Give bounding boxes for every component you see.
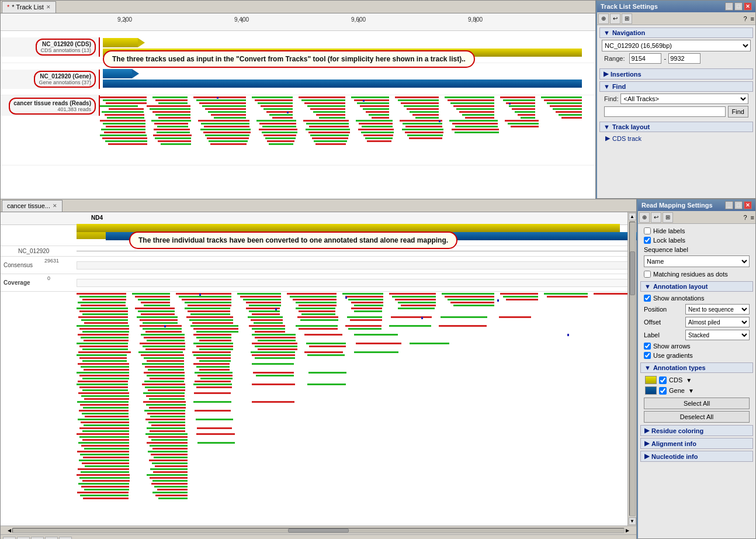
v-scroll-thumb[interactable] <box>630 251 635 295</box>
close-icon[interactable]: ✕ <box>46 4 51 10</box>
cds-type-checkbox[interactable] <box>659 376 667 384</box>
cancer-tab-close[interactable]: ✕ <box>53 203 57 209</box>
svg-rect-295 <box>164 325 166 327</box>
bottom-zoom-btn[interactable]: ⊕ <box>3 537 16 540</box>
svg-rect-151 <box>287 112 289 113</box>
gene-label-text: NC_012920 (Gene) <box>40 73 91 80</box>
range-start-input[interactable] <box>629 53 661 64</box>
toolbar-icon-1[interactable]: ⊕ <box>598 13 609 24</box>
nucleotide-info-section[interactable]: ▶ Nucleotide info <box>640 451 753 462</box>
bottom-v-scrollbar[interactable]: ▲ ▼ <box>627 212 636 526</box>
help-icon[interactable]: ? <box>743 15 747 22</box>
svg-rect-136 <box>409 137 442 139</box>
range-end-input[interactable] <box>668 53 700 64</box>
position-dropdown[interactable]: Next to sequence <box>685 304 750 315</box>
svg-rect-370 <box>148 421 185 423</box>
toolbar-icon-2[interactable]: ↩ <box>610 13 620 24</box>
navigation-section[interactable]: ▼ Navigation <box>599 27 753 38</box>
matching-residues-checkbox[interactable] <box>644 271 651 278</box>
rm-settings-title: Read Mapping Settings <box>641 202 713 209</box>
svg-rect-316 <box>84 369 129 371</box>
seq-label-dropdown[interactable]: Name <box>644 255 750 267</box>
svg-rect-26 <box>401 102 439 104</box>
svg-rect-190 <box>450 302 494 303</box>
svg-rect-273 <box>356 343 401 344</box>
coverage-num: 0 <box>47 275 50 281</box>
svg-rect-16 <box>398 99 439 101</box>
bottom-table-btn[interactable]: ⊞ <box>17 537 30 540</box>
svg-rect-12 <box>196 99 246 101</box>
find-button[interactable]: Find <box>728 106 748 118</box>
cancer-tab-label: cancer tissue... <box>7 202 50 209</box>
bottom-save-btn[interactable]: 💾 <box>59 537 72 540</box>
rm-toolbar-3[interactable]: ⊞ <box>663 212 673 223</box>
rm-minimize-btn[interactable]: _ <box>725 201 733 209</box>
svg-rect-258 <box>304 334 342 336</box>
v-scroll-down[interactable]: ▼ <box>629 517 636 525</box>
residue-coloring-section[interactable]: ▶ Residue coloring <box>640 425 753 436</box>
svg-rect-324 <box>79 375 129 376</box>
maximize-btn[interactable]: □ <box>734 2 743 11</box>
toolbar-icon-3[interactable]: ⊞ <box>622 13 632 24</box>
offset-dropdown[interactable]: Almost piled <box>685 317 750 327</box>
v-scroll-track[interactable] <box>629 222 636 516</box>
sequence-dropdown[interactable]: NC_012920 (16,569bp) <box>602 40 751 51</box>
find-tracks-dropdown[interactable]: <All Tracks> <box>620 94 748 104</box>
ruler-tick-3: 9,600 <box>351 16 366 23</box>
menu-icon[interactable]: ≡ <box>751 15 754 22</box>
bottom-scroll-left[interactable]: ◀ <box>8 528 11 533</box>
hide-labels-checkbox[interactable] <box>644 227 651 234</box>
bottom-scrollbar-thumb[interactable] <box>288 528 349 533</box>
rm-toolbar-2[interactable]: ↩ <box>651 212 661 223</box>
svg-rect-323 <box>308 372 346 374</box>
find-section[interactable]: ▼ Find <box>599 81 753 92</box>
svg-rect-201 <box>185 307 230 309</box>
svg-rect-315 <box>196 366 230 368</box>
select-all-button[interactable]: Select All <box>644 398 750 409</box>
track-layout-section[interactable]: ▼ Track layout <box>599 122 753 132</box>
rm-close-btn[interactable]: ✕ <box>744 201 752 209</box>
cancer-tissue-tab[interactable]: cancer tissue... ✕ <box>2 200 63 212</box>
bottom-page-btn[interactable]: 📋 <box>45 537 58 540</box>
find-label-row: Find: <All Tracks> <box>602 94 751 104</box>
close-btn-settings[interactable]: ✕ <box>744 2 752 11</box>
rm-maximize-btn[interactable]: □ <box>734 201 743 209</box>
svg-rect-331 <box>78 381 128 382</box>
rm-help-icon[interactable]: ? <box>743 214 747 221</box>
show-arrows-checkbox[interactable] <box>644 343 651 350</box>
svg-rect-272 <box>306 343 346 344</box>
bottom-scroll-right[interactable]: ▶ <box>626 528 629 533</box>
insertions-section[interactable]: ▶ Insertions <box>599 68 753 80</box>
v-scroll-up[interactable]: ▲ <box>629 213 636 220</box>
cds-track-subsection[interactable]: ▶ CDS track <box>605 134 753 143</box>
deselect-all-button[interactable]: Deselect All <box>644 411 750 423</box>
rm-menu-icon[interactable]: ≡ <box>751 214 754 221</box>
track-layout-label: Track layout <box>612 123 650 130</box>
alignment-info-section[interactable]: ▶ Alignment info <box>640 438 753 449</box>
gene-type-row: Gene ▼ <box>640 385 753 396</box>
rm-toolbar-1[interactable]: ⊕ <box>639 212 650 223</box>
cds-dropdown-icon[interactable]: ▼ <box>686 377 692 383</box>
gene-type-checkbox[interactable] <box>659 387 667 395</box>
gene-dropdown-icon[interactable]: ▼ <box>688 388 694 394</box>
show-annotations-checkbox[interactable] <box>644 295 651 302</box>
bottom-h-scrollbar[interactable]: ◀ ▶ <box>1 526 636 534</box>
label-dropdown[interactable]: Stacked <box>685 330 750 340</box>
svg-rect-76 <box>415 117 439 119</box>
minimize-btn[interactable]: _ <box>725 2 733 11</box>
bottom-grid-btn[interactable]: ▦ <box>31 537 44 540</box>
find-input[interactable] <box>604 106 726 117</box>
bottom-scrollbar-track[interactable] <box>12 528 625 533</box>
annotation-types-section[interactable]: ▼ Annotation types <box>640 362 753 373</box>
annotation-layout-section[interactable]: ▼ Annotation layout <box>640 281 753 292</box>
svg-rect-172 <box>503 296 538 298</box>
svg-rect-211 <box>354 310 382 312</box>
lock-labels-checkbox[interactable] <box>644 237 651 244</box>
svg-rect-267 <box>258 340 296 341</box>
use-gradients-checkbox[interactable] <box>644 352 651 359</box>
track-list-tab[interactable]: * * Track List ✕ <box>2 1 56 13</box>
svg-rect-113 <box>402 129 443 130</box>
svg-rect-173 <box>547 296 588 298</box>
rm-title-buttons: _ □ ✕ <box>725 201 752 209</box>
svg-rect-32 <box>202 105 246 107</box>
